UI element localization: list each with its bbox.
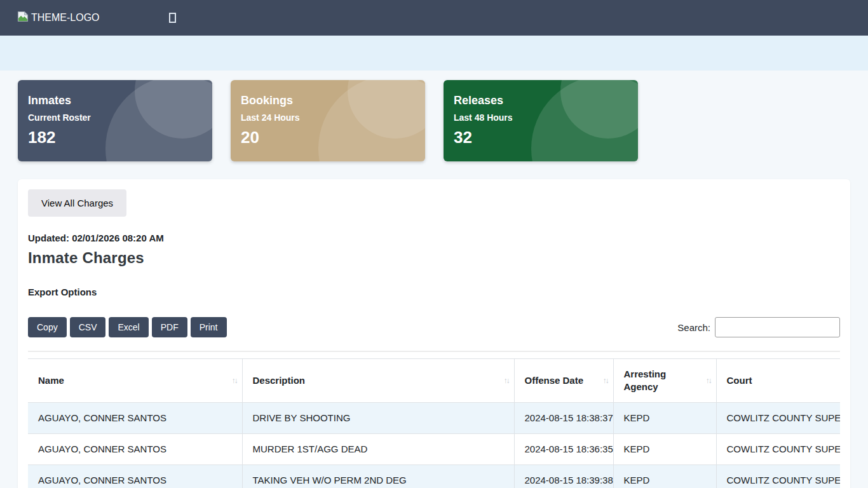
brand-logo[interactable]: THEME-LOGO xyxy=(17,10,100,25)
sort-icon: ↑↓ xyxy=(504,374,509,387)
broken-image-icon xyxy=(17,10,29,25)
column-header-court[interactable]: Court↑↓ xyxy=(716,359,840,403)
table-toolbar: CopyCSVExcelPDFPrint Search: xyxy=(28,317,840,337)
top-navbar: THEME-LOGO xyxy=(0,0,868,36)
pdf-export-button[interactable]: PDF xyxy=(152,317,187,337)
export-options-label: Export Options xyxy=(28,287,840,297)
sort-icon: ↑↓ xyxy=(603,374,608,387)
search-input[interactable] xyxy=(715,317,840,337)
table-cell: DRIVE BY SHOOTING xyxy=(242,403,514,434)
column-header-description[interactable]: Description↑↓ xyxy=(242,359,514,403)
search-box: Search: xyxy=(677,317,840,337)
table-header-row: Name↑↓Description↑↓Offense Date↑↓Arresti… xyxy=(28,359,840,403)
table-cell: KEPD xyxy=(613,465,716,488)
table-cell: AGUAYO, CONNER SANTOS xyxy=(28,403,242,434)
print-export-button[interactable]: Print xyxy=(191,317,227,337)
charges-table: Name↑↓Description↑↓Offense Date↑↓Arresti… xyxy=(28,358,840,488)
decor-circle xyxy=(318,80,425,161)
decor-circle xyxy=(531,80,638,161)
decor-circle xyxy=(105,80,212,161)
table-cell: 2024-08-15 18:38:37 xyxy=(514,403,613,434)
stat-card-releases: Releases Last 48 Hours 32 xyxy=(444,80,638,161)
table-cell: KEPD xyxy=(613,403,716,434)
brand-text: THEME-LOGO xyxy=(31,12,100,24)
table-cell: COWLITZ COUNTY SUPERI xyxy=(716,403,840,434)
sort-icon: ↑↓ xyxy=(232,374,237,387)
search-label: Search: xyxy=(677,322,710,333)
table-cell: COWLITZ COUNTY SUPERI xyxy=(716,465,840,488)
table-cell: AGUAYO, CONNER SANTOS xyxy=(28,465,242,488)
table-cell: COWLITZ COUNTY SUPERI xyxy=(716,434,840,465)
hero-strip xyxy=(0,36,868,71)
updated-timestamp: Updated: 02/01/2026 08:20 AM xyxy=(28,233,840,243)
table-cell: AGUAYO, CONNER SANTOS xyxy=(28,434,242,465)
charges-table-wrapper: Name↑↓Description↑↓Offense Date↑↓Arresti… xyxy=(28,351,840,488)
stats-row: Inmates Current Roster 182 Bookings Last… xyxy=(0,71,868,161)
column-header-label: Description xyxy=(253,375,306,386)
sort-icon: ↑↓ xyxy=(706,374,711,387)
table-cell: TAKING VEH W/O PERM 2ND DEG xyxy=(242,465,514,488)
excel-export-button[interactable]: Excel xyxy=(109,317,148,337)
column-header-label: Offense Date xyxy=(525,375,584,386)
export-buttons-group: CopyCSVExcelPDFPrint xyxy=(28,317,230,337)
table-cell: MURDER 1ST/AGG DEAD xyxy=(242,434,514,465)
csv-export-button[interactable]: CSV xyxy=(70,317,106,337)
table-row: AGUAYO, CONNER SANTOSMURDER 1ST/AGG DEAD… xyxy=(28,434,840,465)
table-cell: KEPD xyxy=(613,434,716,465)
page-title: Inmate Charges xyxy=(28,249,840,267)
table-cell: 2024-08-15 18:36:35 xyxy=(514,434,613,465)
table-row: AGUAYO, CONNER SANTOSTAKING VEH W/O PERM… xyxy=(28,465,840,488)
column-header-offense-date[interactable]: Offense Date↑↓ xyxy=(514,359,613,403)
menu-toggle-icon[interactable] xyxy=(169,13,176,23)
table-cell: 2024-08-15 18:39:38 xyxy=(514,465,613,488)
column-header-arresting-agency[interactable]: Arresting Agency↑↓ xyxy=(613,359,716,403)
inmate-charges-panel: View All Charges Updated: 02/01/2026 08:… xyxy=(18,179,850,488)
view-all-charges-button[interactable]: View All Charges xyxy=(28,189,126,217)
stat-card-inmates: Inmates Current Roster 182 xyxy=(18,80,212,161)
column-header-name[interactable]: Name↑↓ xyxy=(28,359,242,403)
stat-card-bookings: Bookings Last 24 Hours 20 xyxy=(231,80,425,161)
copy-export-button[interactable]: Copy xyxy=(28,317,67,337)
column-header-label: Court xyxy=(727,375,752,386)
column-header-label: Name xyxy=(38,375,64,386)
table-row: AGUAYO, CONNER SANTOSDRIVE BY SHOOTING20… xyxy=(28,403,840,434)
column-header-label: Arresting Agency xyxy=(624,369,667,392)
